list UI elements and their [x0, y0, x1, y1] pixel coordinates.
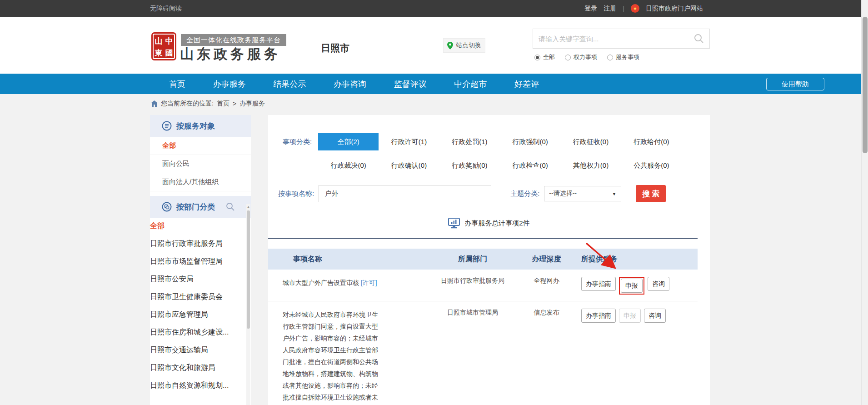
main-nav: 首页 办事服务 结果公示 办事咨询 监督评议 中介超市 好差评 使用帮助	[0, 74, 861, 94]
tab-xingzheng-qiangzhi[interactable]: 行政强制(0)	[500, 133, 560, 150]
sidebar-dept-item[interactable]: 日照市公安局	[150, 275, 251, 292]
sidebar-dept-item[interactable]: 日照市行政审批服务局	[150, 239, 251, 257]
item-name-text[interactable]: 城市大型户外广告设置审核	[283, 279, 359, 286]
nav-results[interactable]: 结果公示	[273, 79, 306, 90]
tab-all[interactable]: 全部(2)	[318, 133, 379, 150]
page-scrollbar-thumb[interactable]	[863, 17, 868, 153]
chevron-down-icon: ▼	[612, 191, 616, 196]
items-table: 事项名称 所属部门 办理深度 所提供服务 城市大型户外广告设置审核 [许可] 日…	[268, 249, 698, 405]
consult-button[interactable]: 咨询	[644, 309, 666, 323]
tab-xingzheng-zhengshou[interactable]: 行政征收(0)	[560, 133, 621, 150]
sidebar-dept-item[interactable]: 日照市应急管理局	[150, 310, 251, 328]
scroll-up-arrow-icon[interactable]: ▲	[246, 205, 250, 208]
sidebar-item-all-targets[interactable]: 全部	[150, 137, 251, 155]
table-row: 城市大型户外广告设置审核 [许可] 日照市行政审批服务局 全程网办 办事指南 申…	[268, 270, 698, 301]
accessibility-link[interactable]: 无障碍阅读	[150, 5, 182, 13]
register-link[interactable]: 注册	[604, 5, 616, 13]
scope-all[interactable]: 全部	[534, 53, 555, 61]
department-cell: 日照市城市管理局	[427, 309, 518, 405]
nav-supervision[interactable]: 监督评议	[394, 79, 427, 90]
scope-label: 全部	[543, 53, 555, 61]
col-department: 所属部门	[427, 255, 518, 264]
nav-rating[interactable]: 好差评	[514, 79, 539, 90]
topic-label: 主题分类:	[510, 190, 539, 198]
consult-button[interactable]: 咨询	[648, 277, 669, 291]
scrollbar-thumb[interactable]	[247, 210, 250, 329]
platform-badge: 全国一体化在线政务服务平台	[181, 34, 286, 46]
tab-xingzheng-xuke[interactable]: 行政许可(1)	[379, 133, 439, 150]
tab-xingzheng-jiangli[interactable]: 行政奖励(0)	[439, 157, 500, 174]
search-scope-options: 全部 权力事项 服务事项	[534, 53, 639, 61]
nav-home[interactable]: 首页	[169, 79, 185, 90]
national-emblem-icon: ★	[631, 4, 639, 13]
service-target-title: 按服务对象	[176, 121, 215, 131]
stats-monitor-icon	[448, 218, 460, 229]
sidebar-dept-item[interactable]: 日照市市场监督管理局	[150, 257, 251, 275]
department-search-icon[interactable]	[226, 202, 235, 211]
sidebar-dept-item[interactable]: 日照市交通运输局	[150, 345, 251, 363]
scope-label: 服务事项	[616, 53, 639, 61]
breadcrumb-prefix: 您当前所在的位置:	[161, 100, 214, 108]
keyword-search-input[interactable]	[539, 35, 694, 43]
tab-xingzheng-caijue[interactable]: 行政裁决(0)	[318, 157, 379, 174]
sidebar-dept-item[interactable]: 日照市文化和旅游局	[150, 363, 251, 381]
sidebar-item-citizens[interactable]: 面向公民	[150, 155, 251, 173]
page-scrollbar[interactable]	[861, 0, 868, 405]
city-name: 日照市	[321, 42, 349, 55]
site-switch-button[interactable]: 站点切换	[443, 38, 485, 53]
sidebar-dept-item[interactable]: 日照市自然资源和规划...	[150, 381, 251, 399]
table-row: 对未经城市人民政府市容环境卫生行政主管部门同意，擅自设置大型户外广告，影响市容的…	[268, 301, 698, 405]
seal-char: 國	[164, 47, 175, 59]
tab-qita-quanli[interactable]: 其他权力(0)	[560, 157, 621, 174]
site-header: 山 中 東 國 全国一体化在线政务服务平台 山东政务服务 日照市 站点切换 全部…	[0, 17, 861, 74]
col-depth: 办理深度	[518, 255, 575, 264]
portal-link[interactable]: 日照市政府门户网站	[646, 5, 703, 13]
topic-select[interactable]: --请选择-- ▼	[544, 186, 621, 201]
service-target-header: 按服务对象	[150, 115, 251, 137]
top-utility-bar: 无障碍阅读 登录 注册 | ★ 日照市政府门户网站	[0, 0, 861, 17]
depth-cell: 全程网办	[518, 277, 575, 295]
radio-icon[interactable]	[607, 55, 613, 60]
login-link[interactable]: 登录	[584, 5, 597, 13]
col-item-name: 事项名称	[268, 255, 427, 264]
guide-button[interactable]: 办事指南	[581, 277, 616, 291]
radio-selected-icon[interactable]	[534, 55, 540, 60]
nav-intermediary[interactable]: 中介超市	[454, 79, 487, 90]
radio-icon[interactable]	[565, 55, 571, 60]
tab-xingzheng-chufa[interactable]: 行政处罚(1)	[439, 133, 500, 150]
breadcrumb-home[interactable]: 首页	[217, 100, 229, 108]
shandong-seal-logo-icon: 山 中 東 國	[151, 32, 176, 60]
tab-gonggong-fuwu[interactable]: 公共服务(0)	[621, 157, 682, 174]
table-header: 事项名称 所属部门 办理深度 所提供服务	[268, 249, 698, 270]
nav-services[interactable]: 办事服务	[213, 79, 246, 90]
permit-tag-link[interactable]: [许可]	[361, 279, 377, 286]
list-circle-icon	[162, 121, 172, 131]
breadcrumb-current[interactable]: 办事服务	[239, 100, 265, 108]
scope-service-items[interactable]: 服务事项	[607, 53, 639, 61]
item-name-input[interactable]	[319, 185, 491, 202]
search-icon[interactable]	[694, 34, 704, 44]
item-name-cell: 城市大型户外广告设置审核 [许可]	[268, 277, 384, 295]
department-list-scrollbar[interactable]: ▲	[246, 204, 250, 405]
keyword-search-box	[533, 29, 710, 49]
item-name-text[interactable]: 对未经城市人民政府市容环境卫生行政主管部门同意，擅自设置大型户外广告，影响市容的…	[283, 311, 378, 405]
nav-consult[interactable]: 办事咨询	[334, 79, 366, 90]
tab-xingzheng-jifu[interactable]: 行政给付(0)	[621, 133, 682, 150]
tab-xingzheng-queren[interactable]: 行政确认(0)	[379, 157, 439, 174]
sidebar-dept-item[interactable]: 日照市卫生健康委员会	[150, 292, 251, 310]
tab-xingzheng-jiancha[interactable]: 行政检查(0)	[500, 157, 560, 174]
scope-power-items[interactable]: 权力事项	[565, 53, 597, 61]
help-button[interactable]: 使用帮助	[766, 78, 824, 90]
apply-button[interactable]: 申报	[621, 279, 643, 293]
guide-button[interactable]: 办事指南	[581, 309, 616, 323]
sidebar-item-legal-persons[interactable]: 面向法人/其他组织	[150, 173, 251, 191]
sidebar-dept-item[interactable]: 日照市住房和城乡建设...	[150, 328, 251, 345]
location-pin-icon	[447, 42, 453, 50]
seal-char: 中	[164, 35, 175, 47]
site-switch-label: 站点切换	[456, 41, 481, 50]
sidebar-dept-all[interactable]: 全部	[150, 221, 251, 239]
depth-cell: 信息发布	[518, 309, 575, 405]
topbar-right-group: 登录 注册 | ★ 日照市政府门户网站	[584, 4, 703, 13]
search-button[interactable]: 搜索	[636, 185, 666, 202]
seal-char: 東	[153, 47, 164, 59]
